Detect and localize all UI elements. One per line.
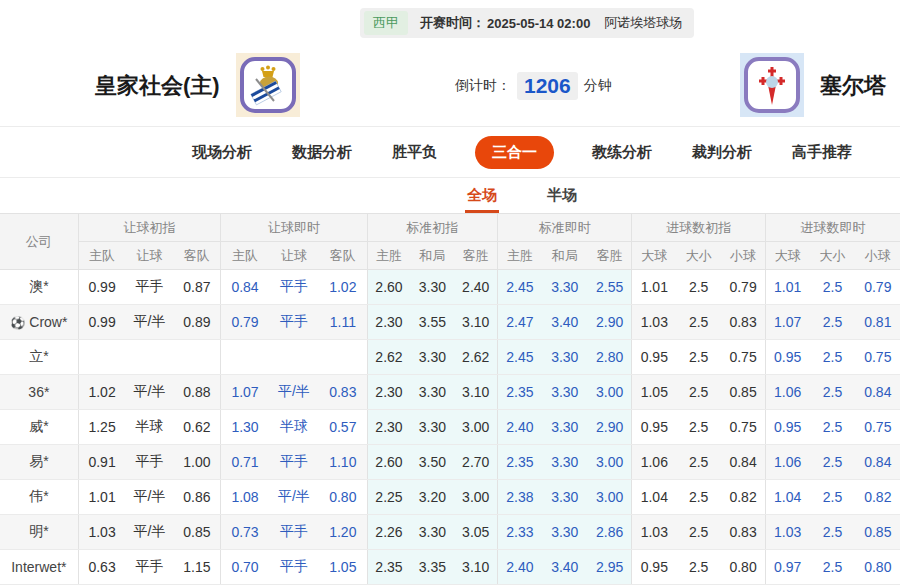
odds-cell: 1.06 [765,445,809,480]
odds-cell: 2.5 [676,480,721,515]
group-header-handicap-initial: 让球初指 [78,214,220,242]
odds-cell: 1.30 [221,410,269,445]
sub-header: 大小 [676,242,721,270]
away-team-logo [740,53,804,117]
odds-cell: 0.95 [632,410,676,445]
odds-cell: 1.25 [78,410,125,445]
odds-cell: 1.10 [319,445,367,480]
odds-cell: 0.75 [856,340,900,375]
odds-cell: 0.83 [319,375,367,410]
table-row: 伟*1.01平/半0.861.08平/半0.802.253.203.002.38… [0,480,900,515]
tab-expert-picks[interactable]: 高手推荐 [790,137,854,168]
odds-cell: 平手 [125,445,173,480]
odds-cell: 0.85 [856,515,900,550]
odds-cell: 平/半 [125,305,173,340]
company-cell: 威* [0,410,78,445]
odds-cell: 2.45 [498,340,542,375]
odds-cell: 1.00 [174,445,221,480]
odds-cell: 3.40 [542,305,588,340]
odds-cell: 3.05 [454,515,497,550]
odds-cell: 平/半 [125,515,173,550]
subtab-half-match[interactable]: 半场 [545,180,579,213]
odds-cell: 1.02 [319,270,367,305]
odds-cell: 2.5 [676,410,721,445]
table-row: 易*0.91平手1.000.71平手1.102.603.502.702.353.… [0,445,900,480]
odds-cell: 0.84 [856,375,900,410]
period-subtabs-inner: 全场 半场 [465,180,579,213]
odds-cell: 0.99 [78,270,125,305]
odds-cell: 0.62 [174,410,221,445]
odds-cell: 2.5 [676,305,721,340]
odds-cell [78,340,125,375]
odds-cell: 0.75 [721,410,765,445]
company-cell: 伟* [0,480,78,515]
tab-live-analysis[interactable]: 现场分析 [190,137,254,168]
odds-cell: 3.30 [410,340,454,375]
odds-cell: 0.85 [174,515,221,550]
home-team-name: 皇家社会(主) [95,71,220,101]
tab-coach-analysis[interactable]: 教练分析 [590,137,654,168]
odds-cell: 0.79 [721,270,765,305]
odds-cell: 0.95 [632,550,676,585]
odds-cell: 0.84 [221,270,269,305]
odds-cell [174,340,221,375]
odds-cell: 0.83 [721,515,765,550]
odds-cell: 0.99 [78,305,125,340]
tab-win-draw-lose[interactable]: 胜平负 [390,137,439,168]
odds-cell: 1.03 [632,515,676,550]
odds-cell: 2.33 [498,515,542,550]
odds-cell: 2.90 [588,410,632,445]
odds-cell: 平手 [125,270,173,305]
countdown-value: 1206 [517,72,578,100]
odds-cell: 3.00 [454,480,497,515]
tab-three-in-one[interactable]: 三合一 [475,136,554,169]
odds-cell: 3.30 [410,375,454,410]
odds-cell: 0.89 [174,305,221,340]
table-row: 立*2.623.302.622.453.302.800.952.50.750.9… [0,340,900,375]
sub-header: 主队 [78,242,125,270]
odds-cell: 2.86 [588,515,632,550]
odds-table: 公司 让球初指 让球即时 标准初指 标准即时 进球数初指 进球数即时 主队 让球… [0,213,900,585]
odds-cell: 0.91 [78,445,125,480]
odds-cell: 2.30 [367,305,410,340]
sub-header: 客胜 [588,242,632,270]
odds-cell: 2.40 [454,270,497,305]
sub-header: 大球 [765,242,809,270]
odds-cell: 2.5 [676,340,721,375]
odds-cell: 2.5 [810,410,856,445]
odds-cell: 2.25 [367,480,410,515]
countdown: 倒计时： 1206 分钟 [455,72,612,100]
odds-cell: 平手 [269,305,319,340]
odds-cell: 2.40 [498,550,542,585]
odds-cell: 2.5 [810,445,856,480]
countdown-unit: 分钟 [584,77,612,95]
odds-cell: 2.5 [810,305,856,340]
odds-cell: 2.5 [810,515,856,550]
odds-cell: 2.5 [810,550,856,585]
group-header-goals-initial: 进球数初指 [632,214,765,242]
odds-cell: 0.84 [721,445,765,480]
sub-header: 客队 [174,242,221,270]
odds-cell: 1.03 [632,305,676,340]
odds-cell: 平/半 [125,375,173,410]
odds-cell: 2.26 [367,515,410,550]
odds-cell: 1.05 [632,375,676,410]
odds-table-head: 公司 让球初指 让球即时 标准初指 标准即时 进球数初指 进球数即时 主队 让球… [0,214,900,270]
tab-referee-analysis[interactable]: 裁判分析 [690,137,754,168]
odds-cell: 2.5 [810,270,856,305]
company-cell: Interwet* [0,550,78,585]
sub-header: 主胜 [367,242,410,270]
odds-cell: 2.38 [498,480,542,515]
odds-cell: 3.30 [542,375,588,410]
analysis-nav: 现场分析 数据分析 胜平负 三合一 教练分析 裁判分析 高手推荐 [0,127,900,178]
odds-cell: 1.01 [765,270,809,305]
away-team-crest-icon [744,57,800,113]
odds-cell: 0.63 [78,550,125,585]
odds-cell: 1.07 [765,305,809,340]
odds-cell: 3.30 [542,410,588,445]
odds-cell: 3.50 [410,445,454,480]
kickoff-time: 2025-05-14 02:00 [487,16,590,31]
odds-cell: 3.30 [542,480,588,515]
subtab-full-match[interactable]: 全场 [465,180,499,213]
tab-data-analysis[interactable]: 数据分析 [290,137,354,168]
